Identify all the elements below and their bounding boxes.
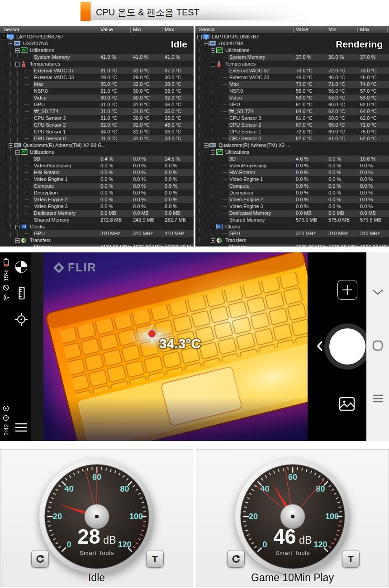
sensor-row[interactable]: CPU Sensor 361.0 °C60.0 °C62.0 °C [195,115,389,122]
expand-toggle[interactable] [9,42,13,46]
sensor-row[interactable]: External VADC 3329.0 °C29.0 °C30.0 °C [0,74,194,81]
sensor-row[interactable]: CPU Sensor 134.0 °C31.0 °C38.0 °C [0,128,194,135]
sensor-row[interactable]: Temperatures [195,61,389,67]
refresh-button[interactable] [227,550,245,568]
expand-toggle[interactable] [211,150,215,155]
sensor-row[interactable]: Video30.0 °C30.0 °C32.0 °C [0,95,194,101]
column-divider[interactable] [192,27,192,33]
expand-toggle[interactable] [15,238,20,243]
sensor-row[interactable]: HW Rotator0.0 %0.0 %0.0 % [195,169,389,176]
sensor-row[interactable]: Video Engine 10.0 %0.0 %0.0 % [0,176,194,183]
recents-icon[interactable] [372,394,383,404]
sensor-row[interactable]: CPU Sensor 331.0 °C30.0 °C33.0 °C [0,115,194,122]
sensor-row[interactable]: Clocks [0,223,194,230]
sensor-row[interactable]: Qualcomm(R) Adreno(TM) X2-90 G... [0,142,194,149]
column-header[interactable]: Min [133,26,141,33]
sensor-row[interactable]: 3D4.6 %0.0 %10.6 % [195,156,389,162]
column-header[interactable]: Max [360,26,370,33]
expand-toggle[interactable] [15,225,20,229]
sensor-row[interactable]: NSP.056.0 °C56.0 °C57.0 °C [195,88,389,95]
sensor-row[interactable]: Dedicated Memory0.0 MB0.0 MB0.0 MB [195,210,389,217]
column-divider[interactable] [357,27,358,33]
column-divider[interactable] [326,27,326,33]
expand-toggle[interactable] [211,48,215,53]
sensor-row[interactable]: Utilizations [0,47,194,54]
sensor-row[interactable]: Max35.0 °C32.0 °C38.0 °C [0,81,194,88]
sensor-row[interactable]: Video Engine 30.0 %0.0 %0.0 % [0,203,194,210]
sensor-row[interactable]: Compute0.0 %0.0 %0.0 % [195,183,389,190]
expand-toggle[interactable] [204,143,209,148]
sensor-row[interactable]: Temperatures [0,61,194,67]
sensor-row[interactable]: Compute0.0 %0.0 %0.0 % [0,183,194,190]
t-button[interactable]: T [146,550,164,568]
expand-toggle[interactable] [15,62,20,66]
sensor-row[interactable]: External VADC 3731.0 °C31.0 °C37.0 °C [0,67,194,74]
shutter-button[interactable] [324,323,370,370]
sensor-row[interactable]: GPU61.0 °C60.0 °C62.0 °C [195,101,389,108]
sensor-row[interactable]: ₩_SB.TZ431.0 °C31.0 °C35.0 °C [0,108,194,115]
home-icon[interactable] [372,340,383,353]
sensor-row[interactable]: Decryption0.0 %0.0 %0.0 % [0,190,194,196]
refresh-button[interactable] [31,550,49,568]
sensor-row[interactable]: GPU310 MHz310 MHz310 MHz [195,230,389,237]
sensor-row[interactable]: Utilizations [195,149,389,156]
column-header[interactable]: Sensor [199,26,215,33]
sensor-row[interactable]: ₩_SB.TZ464.0 °C62.0 °C64.0 °C [195,108,389,115]
column-header[interactable]: Sensor [4,26,19,33]
column-divider[interactable] [162,27,162,33]
sensor-row[interactable]: Transfers [195,237,389,244]
expand-toggle[interactable] [211,238,215,243]
expand-toggle[interactable] [15,150,20,155]
sensor-row[interactable]: System Memory41.0 %41.0 %41.0 % [0,54,194,61]
sensor-row[interactable]: Video53.0 °C53.0 °C53.0 °C [195,95,389,101]
sensor-row[interactable]: Shared Memory272.8 MB243.9 MB282.7 MB [0,217,194,223]
sensor-row[interactable]: GPU310 MHz310 MHz410 MHz [0,230,194,237]
expand-toggle[interactable] [9,143,13,148]
column-divider[interactable] [98,27,98,33]
column-header[interactable]: Min [328,26,337,33]
expand-toggle[interactable] [15,48,20,53]
scale-ruler-icon[interactable] [15,286,27,302]
sensor-row[interactable]: VideoProcessing0.0 %0.0 %0.0 % [195,162,389,169]
sensor-row[interactable]: System Memory37.0 %36.0 %37.0 % [195,54,389,61]
sensor-row[interactable]: CPU Sensor 232.0 °C31.0 °C43.0 °C [0,122,194,128]
sensor-row[interactable]: Video Engine 20.0 %0.0 %0.0 % [0,196,194,203]
sensor-row[interactable]: 3D0.4 %0.0 %14.5 % [0,156,194,162]
sensor-row[interactable]: CPU Sensor 031.0 °C31.0 °C33.0 °C [0,135,194,142]
sensor-row[interactable]: UX3407NA [0,40,194,47]
sensor-row[interactable]: Transfers [0,237,194,244]
collapse-left-icon[interactable] [317,341,323,353]
spot-meter-icon[interactable] [14,313,28,328]
sensor-row[interactable]: Video Engine 10.0 %0.0 %0.0 % [195,176,389,183]
add-measurement-icon[interactable] [337,280,357,300]
sensor-row[interactable]: Decryption0.0 %0.0 %0.0 % [195,190,389,196]
sensor-row[interactable]: Clocks [195,223,389,230]
back-chevron-icon[interactable] [372,289,384,297]
sensor-row[interactable]: Memory4174.80 MB/s1525.88 MB/s10327.15 M… [0,244,194,247]
sensor-row[interactable]: GPU31.0 °C31.0 °C36.0 °C [0,101,194,108]
expand-toggle[interactable] [2,35,6,39]
column-header[interactable]: Value [296,26,308,33]
expand-toggle[interactable] [197,35,202,39]
sensor-row[interactable]: CPU Sensor 062.0 °C61.0 °C62.0 °C [195,135,389,142]
sensor-row[interactable]: VideoProcessing0.0 %0.0 %0.0 % [0,162,194,169]
sensor-row[interactable]: Max73.0 °C71.0 °C74.0 °C [195,81,389,88]
column-divider[interactable] [387,27,388,33]
sensor-row[interactable]: Shared Memory579.0 MB575.0 MB579.5 MB [195,217,389,223]
sensor-row[interactable]: Video Engine 30.0 %0.0 %0.0 % [195,203,389,210]
thermal-viewfinder[interactable]: 34.3°C FLIR [43,252,308,441]
sensor-row[interactable]: CPU Sensor 267.0 °C66.0 °C71.0 °C [195,122,389,128]
sensor-row[interactable]: Qualcomm(R) Adreno(TM) X2-... [195,142,389,149]
sensor-row[interactable]: External VADC 3346.0 °C46.0 °C46.0 °C [195,74,389,81]
sensor-row[interactable]: NSP.031.0 °C30.0 °C33.0 °C [0,88,194,95]
sensor-row[interactable]: HW Rotator0.0 %0.0 %0.0 % [0,169,194,176]
color-wheel-icon[interactable] [14,260,28,275]
sensor-row[interactable]: CPU Sensor 172.0 °C69.0 °C75.0 °C [195,128,389,135]
sensor-row[interactable]: LAPTOP-PEDNK7B7 [0,33,194,40]
sensor-row[interactable]: Video Engine 20.0 %0.0 %0.0 % [195,196,389,203]
column-divider[interactable] [293,27,294,33]
column-header[interactable]: Value [100,26,113,33]
expand-toggle[interactable] [211,225,215,229]
column-header[interactable]: Max [165,26,174,33]
expand-toggle[interactable] [211,62,215,66]
